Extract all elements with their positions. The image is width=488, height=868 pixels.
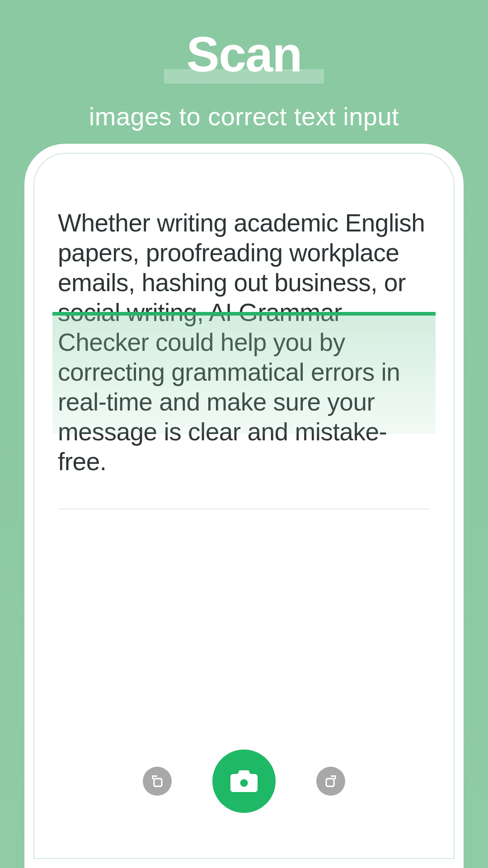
- rotate-right-button[interactable]: [316, 767, 345, 796]
- header: Scan images to correct text input: [0, 0, 488, 131]
- svg-rect-3: [326, 778, 334, 786]
- page-title: Scan: [187, 29, 302, 79]
- svg-rect-0: [154, 778, 162, 786]
- rotate-left-icon: [150, 774, 165, 789]
- phone-inner: Whether writing academic English papers,…: [33, 153, 455, 859]
- rotate-left-button[interactable]: [143, 767, 172, 796]
- camera-icon: [230, 769, 258, 794]
- page-subtitle: images to correct text input: [0, 102, 488, 131]
- camera-button[interactable]: [212, 750, 276, 813]
- phone-frame: Whether writing academic English papers,…: [24, 144, 464, 868]
- divider: [58, 509, 430, 509]
- scan-overlay: [52, 312, 436, 434]
- rotate-right-icon: [323, 774, 338, 789]
- toolbar: [34, 750, 454, 813]
